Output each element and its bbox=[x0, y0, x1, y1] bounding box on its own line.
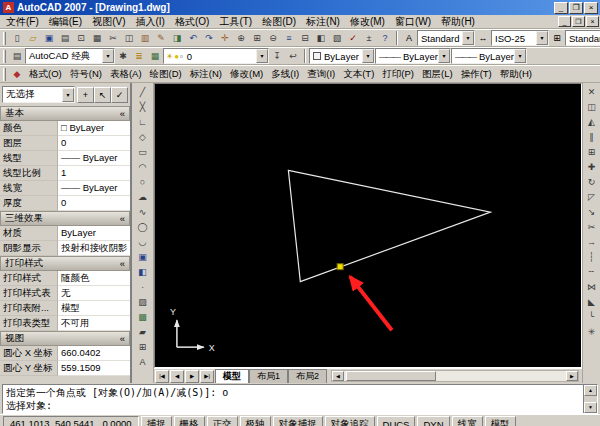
table-style-icon[interactable]: ⊞ bbox=[549, 31, 565, 46]
express-menu-item[interactable]: 打印(P) bbox=[378, 68, 418, 81]
table-style-combo[interactable]: Standard ▾ bbox=[565, 30, 600, 46]
property-value[interactable]: —— ByLayer bbox=[58, 151, 130, 166]
tab-prev-button[interactable]: ◀ bbox=[170, 370, 184, 383]
toolbar-grip[interactable] bbox=[3, 32, 6, 45]
menu-item[interactable]: 编辑(E) bbox=[44, 15, 87, 28]
collapse-icon[interactable]: « bbox=[120, 213, 125, 224]
property-value[interactable]: 模型 bbox=[58, 301, 130, 316]
dim-style-icon[interactable]: ↔ bbox=[475, 31, 491, 46]
join-icon[interactable]: ⋈ bbox=[584, 280, 600, 295]
close-button[interactable]: × bbox=[584, 2, 598, 14]
extend-icon[interactable]: → bbox=[584, 235, 600, 250]
fillet-icon[interactable]: ╰ bbox=[584, 310, 600, 325]
scroll-right-icon[interactable]: ▶ bbox=[566, 371, 578, 381]
status-toggle-button[interactable]: 模型 bbox=[485, 416, 516, 426]
express-menu-item[interactable]: 查询(I) bbox=[303, 68, 339, 81]
workspace-icon[interactable]: ▤ bbox=[9, 49, 25, 64]
layer-combo[interactable]: ☀●▫ 0 ▾ bbox=[163, 48, 269, 64]
chevron-down-icon[interactable]: ▾ bbox=[62, 88, 74, 102]
move-icon[interactable]: ✚ bbox=[584, 160, 600, 175]
break-at-point-icon[interactable]: ┆ bbox=[584, 250, 600, 265]
express-menu-item[interactable]: 操作(T) bbox=[457, 68, 496, 81]
property-value[interactable]: 0 bbox=[58, 136, 130, 151]
circle-icon[interactable]: ○ bbox=[135, 175, 151, 190]
zoom-realtime-icon[interactable]: ⊕ bbox=[233, 31, 249, 46]
command-scrollbar[interactable]: ▲ ▼ bbox=[583, 385, 597, 413]
property-value[interactable]: 660.0402 bbox=[58, 346, 130, 361]
hatch-icon[interactable]: ▨ bbox=[135, 295, 151, 310]
tool-palettes-icon[interactable]: ◧ bbox=[313, 31, 329, 46]
quick-select-button[interactable]: ✓ bbox=[111, 87, 128, 103]
block-editor-icon[interactable]: ◨ bbox=[169, 31, 185, 46]
status-toggle-button[interactable]: 线宽 bbox=[452, 416, 483, 426]
status-toggle-button[interactable]: DUCS bbox=[377, 416, 416, 426]
menu-item[interactable]: 格式(O) bbox=[170, 15, 214, 28]
property-value[interactable]: 不可用 bbox=[58, 316, 130, 331]
express-menu-item[interactable]: 帮助(H) bbox=[496, 68, 536, 81]
express-menu-item[interactable]: 标注(N) bbox=[186, 68, 226, 81]
dim-style-combo[interactable]: ISO-25 ▾ bbox=[491, 30, 549, 46]
collapse-icon[interactable]: « bbox=[120, 333, 125, 344]
layer-properties-icon[interactable]: ≣ bbox=[131, 49, 147, 64]
menu-item[interactable]: 工具(T) bbox=[214, 15, 257, 28]
chevron-down-icon[interactable]: ▾ bbox=[536, 31, 548, 45]
open-file-icon[interactable]: ▱ bbox=[25, 31, 41, 46]
menu-item[interactable]: 帮助(H) bbox=[436, 15, 480, 28]
match-properties-icon[interactable]: ✎ bbox=[153, 31, 169, 46]
table-icon[interactable]: ⊞ bbox=[135, 340, 151, 355]
scrollbar-thumb[interactable] bbox=[346, 371, 436, 381]
status-toggle-button[interactable]: 捕捉 bbox=[141, 416, 172, 426]
zoom-window-icon[interactable]: ⊞ bbox=[249, 31, 265, 46]
break-icon[interactable]: ╌ bbox=[584, 265, 600, 280]
copy-object-icon[interactable]: ◫ bbox=[584, 100, 600, 115]
section-header-3d-effects[interactable]: 三维效果 « bbox=[0, 211, 130, 226]
doc-minimize-button[interactable]: _ bbox=[558, 16, 571, 27]
tab-last-button[interactable]: ▶| bbox=[200, 370, 214, 383]
express-menu-item[interactable]: 符号(N) bbox=[66, 68, 106, 81]
status-toggle-button[interactable]: 对象捕捉 bbox=[273, 416, 323, 426]
scroll-down-icon[interactable]: ▼ bbox=[584, 402, 597, 413]
chevron-down-icon[interactable]: ▾ bbox=[256, 49, 268, 63]
section-header-view[interactable]: 视图 « bbox=[0, 331, 130, 346]
menu-item[interactable]: 修改(M) bbox=[345, 15, 390, 28]
sheet-set-manager-icon[interactable]: ▧ bbox=[329, 31, 345, 46]
doc-close-button[interactable]: × bbox=[586, 16, 599, 27]
new-file-icon[interactable]: ▯ bbox=[9, 31, 25, 46]
chevron-down-icon[interactable]: ▾ bbox=[438, 49, 450, 63]
command-input-line[interactable]: 选择对象: bbox=[6, 399, 581, 412]
ellipse-icon[interactable]: ◯ bbox=[135, 220, 151, 235]
tab-next-button[interactable]: ▶ bbox=[185, 370, 199, 383]
erase-icon[interactable]: ✕ bbox=[584, 85, 600, 100]
mirror-icon[interactable]: ◭ bbox=[584, 115, 600, 130]
workspace-settings-icon[interactable]: ✱ bbox=[115, 49, 131, 64]
express-menu-item[interactable]: 表格(A) bbox=[106, 68, 146, 81]
property-value[interactable]: 随颜色 bbox=[58, 271, 130, 286]
polyline-icon[interactable]: ∟ bbox=[135, 115, 151, 130]
point-icon[interactable]: ∙ bbox=[135, 280, 151, 295]
lineweight-combo[interactable]: ——— ByLayer ▾ bbox=[451, 48, 527, 64]
tab-layout1[interactable]: 布局1 bbox=[249, 369, 288, 383]
tab-first-button[interactable]: |◀ bbox=[155, 370, 169, 383]
linetype-combo[interactable]: ——— ByLayer ▾ bbox=[375, 48, 451, 64]
gradient-icon[interactable]: ▩ bbox=[135, 310, 151, 325]
toolbar-grip[interactable] bbox=[3, 68, 6, 81]
section-header-plot-style[interactable]: 打印样式 « bbox=[0, 256, 130, 271]
markup-set-manager-icon[interactable]: ✓ bbox=[345, 31, 361, 46]
text-style-combo[interactable]: Standard ▾ bbox=[417, 30, 475, 46]
construction-line-icon[interactable]: ╳ bbox=[135, 100, 151, 115]
express-menu-item[interactable]: 多线(I) bbox=[267, 68, 303, 81]
line-icon[interactable]: ╱ bbox=[135, 85, 151, 100]
property-value[interactable]: 投射和接收阴影 bbox=[58, 241, 130, 256]
restore-button[interactable]: ❐ bbox=[569, 2, 583, 14]
status-toggle-button[interactable]: 对象追踪 bbox=[325, 416, 375, 426]
insert-block-icon[interactable]: ▣ bbox=[135, 250, 151, 265]
color-combo[interactable]: ByLayer ▾ bbox=[309, 48, 375, 64]
status-toggle-button[interactable]: 极轴 bbox=[240, 416, 271, 426]
property-value[interactable]: □ ByLayer bbox=[58, 121, 130, 136]
publish-icon[interactable]: ▦ bbox=[89, 31, 105, 46]
help-icon[interactable]: ? bbox=[377, 31, 393, 46]
scroll-up-icon[interactable]: ▲ bbox=[584, 385, 597, 396]
chevron-down-icon[interactable]: ▾ bbox=[514, 49, 526, 63]
layer-previous-icon[interactable]: ↩ bbox=[285, 49, 301, 64]
collapse-icon[interactable]: « bbox=[120, 108, 125, 119]
